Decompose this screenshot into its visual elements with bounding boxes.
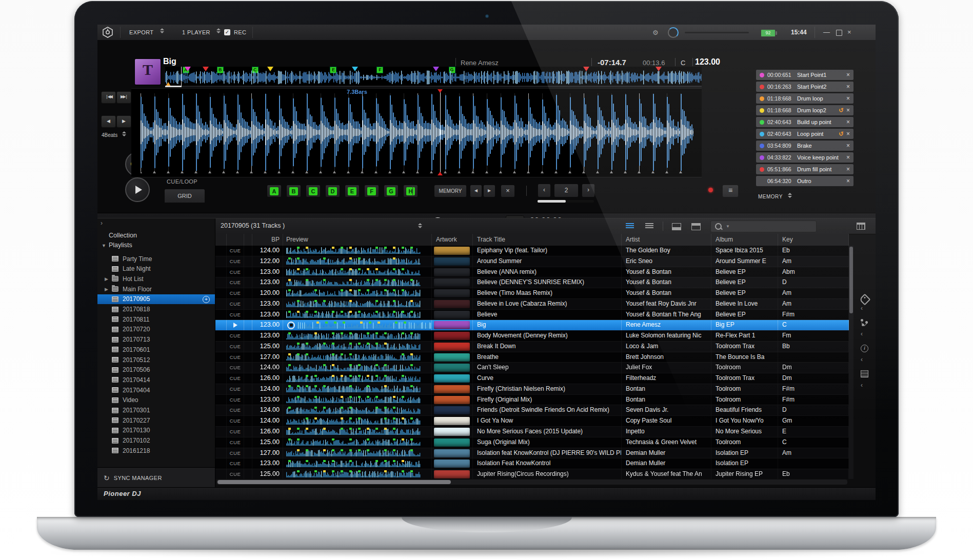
cue-point-row[interactable]: 00:16:263 Start Point2 ↺ × xyxy=(756,82,853,92)
playlist-item[interactable]: ▶ 20170720 + xyxy=(97,325,215,334)
column-track-title[interactable]: Track Title xyxy=(473,234,622,246)
playlist-item[interactable]: ▶ 20170506 + xyxy=(97,365,215,375)
row-cue-button[interactable]: CUE xyxy=(227,277,244,288)
row-cue-button[interactable]: CUE xyxy=(227,405,244,415)
volume-slider[interactable] xyxy=(685,32,749,33)
row-cue-button[interactable]: CUE xyxy=(227,448,244,458)
row-cue-button[interactable]: CUE xyxy=(227,299,244,309)
playlist-item[interactable]: ▶ 20170301 + xyxy=(97,406,215,415)
playlist-item[interactable]: ▶ 20170414 + xyxy=(97,375,215,385)
minimize-button[interactable]: — xyxy=(823,28,830,36)
table-row[interactable]: CUE 124.00 I Got Ya Now Copy Paste Soul … xyxy=(215,416,849,427)
delete-cue-icon[interactable]: × xyxy=(846,154,850,161)
playlist-title-spinner-icon[interactable] xyxy=(418,223,423,228)
view-detail-icon[interactable] xyxy=(645,223,653,231)
column-bpm[interactable]: BP xyxy=(252,234,283,246)
table-horizontal-scrollbar[interactable] xyxy=(216,479,847,485)
hotcue-pad[interactable]: E xyxy=(345,185,360,197)
playlist-item[interactable]: ▶ 20170102 + xyxy=(97,436,215,446)
related-tracks-icon[interactable] xyxy=(861,319,868,326)
grid-tab[interactable]: GRID xyxy=(164,189,205,203)
cue-point-row[interactable]: 06:54:320 Outro ↺ × xyxy=(756,176,853,186)
row-cue-button[interactable]: CUE xyxy=(227,288,244,298)
playlist-item[interactable]: ▶ Party Time + xyxy=(97,254,215,264)
row-preview[interactable] xyxy=(283,256,432,267)
page-prev-button[interactable]: ‹ xyxy=(538,184,551,197)
hotcue-pad[interactable]: G xyxy=(384,185,399,197)
row-preview[interactable] xyxy=(283,469,432,479)
playlists-expand-icon[interactable]: ▼ xyxy=(102,243,106,248)
delete-cue-icon[interactable]: × xyxy=(846,118,850,126)
rec-checkbox[interactable]: ✓ xyxy=(224,29,230,35)
row-preview[interactable] xyxy=(283,320,432,330)
view-list-blue-icon[interactable] xyxy=(626,223,634,231)
column-artist[interactable]: Artist xyxy=(622,234,711,246)
beat-jump-spinner-icon[interactable] xyxy=(122,131,127,136)
row-cue-button[interactable]: CUE xyxy=(227,458,244,469)
page-next-button[interactable]: › xyxy=(582,184,595,197)
memory-prev-button[interactable]: ◂ xyxy=(470,185,482,197)
playlist-item[interactable]: ▶ Video + xyxy=(97,395,215,405)
play-button[interactable] xyxy=(125,177,150,202)
row-preview[interactable] xyxy=(283,352,432,363)
column-cue[interactable] xyxy=(227,234,244,246)
delete-cue-icon[interactable]: × xyxy=(846,95,850,102)
table-row[interactable]: CUE 123.00 Firefly (Original Mix) Bontan… xyxy=(215,395,849,406)
row-cue-button[interactable]: CUE xyxy=(227,384,244,394)
tag-icon[interactable] xyxy=(859,294,871,306)
row-cue-button[interactable]: CUE xyxy=(227,416,244,426)
playlist-item[interactable]: ▶ 20170512 + xyxy=(97,355,215,365)
table-row[interactable]: CUE 123.00 Believe Yousef & Bontan ft Th… xyxy=(215,310,849,321)
cue-point-row[interactable]: 03:54:809 Brake ↺ × xyxy=(756,141,853,151)
row-cue-button[interactable]: CUE xyxy=(227,395,244,405)
table-row[interactable]: CUE 124.00 Can't Sleep Juliet Fox Toolro… xyxy=(215,363,849,373)
table-row[interactable]: CUE 120.00 Believe (Timo Maas Remix) You… xyxy=(215,288,849,299)
playlist-title[interactable]: 20170905 (31 Tracks ) xyxy=(221,222,285,229)
row-cue-button[interactable]: CUE xyxy=(227,342,244,352)
row-cue-button[interactable]: CUE xyxy=(227,437,244,448)
playlist-item[interactable]: ▶ 20170713 + xyxy=(97,335,215,345)
cue-point-row[interactable]: 05:51:866 Drum fill point ↺ × xyxy=(756,164,853,174)
row-cue-button[interactable]: CUE xyxy=(227,310,244,320)
table-row[interactable]: CUE 125.00 Suga (Original Mix) Technasia… xyxy=(215,437,849,448)
table-row[interactable]: CUE 124.00 Epiphany Vip (feat. Tailor) T… xyxy=(215,246,849,256)
hotcue-pad[interactable]: C xyxy=(306,185,321,197)
table-row[interactable]: CUE 124.00 Friends (Detroit Swindle Frie… xyxy=(215,405,849,416)
column-key[interactable]: Key xyxy=(778,234,849,246)
table-row[interactable]: CUE 123.00 Believe (ANNA remix) Yousef &… xyxy=(215,267,849,278)
delete-cue-icon[interactable]: × xyxy=(846,142,850,149)
add-icon[interactable]: + xyxy=(203,296,210,303)
cue-point-row[interactable]: 02:40:643 Build up point ↺ × xyxy=(756,117,853,127)
player-count-selector[interactable]: 1 PLAYER xyxy=(182,29,210,35)
table-row[interactable]: CUE 126.00 No More Serious Faces (2015 U… xyxy=(215,427,849,437)
playlist-item[interactable]: ▶ 20170818 + xyxy=(97,305,215,314)
row-cue-button[interactable]: CUE xyxy=(227,256,244,267)
chevron-left-icon[interactable]: ‹ xyxy=(861,330,863,337)
row-preview[interactable] xyxy=(283,342,432,352)
playlist-item[interactable]: ▶ Late Night + xyxy=(97,264,215,274)
page-slider[interactable] xyxy=(538,200,594,203)
row-preview[interactable] xyxy=(283,384,432,394)
row-preview[interactable] xyxy=(283,267,432,277)
memory-button[interactable]: MEMORY xyxy=(434,185,467,197)
table-vertical-scrollbar[interactable] xyxy=(849,246,853,479)
memory-next-button[interactable]: ▸ xyxy=(483,185,495,197)
delete-cue-icon[interactable]: × xyxy=(846,107,850,114)
row-preview[interactable] xyxy=(283,437,432,448)
delete-cue-icon[interactable]: × xyxy=(846,83,850,90)
playlist-item[interactable]: ▶ Main Floor + xyxy=(97,284,215,294)
close-button[interactable]: × xyxy=(847,28,851,36)
table-row[interactable]: CUE 122.00 Around Summer Eric Sneo Aroun… xyxy=(215,256,849,267)
next-track-button[interactable]: ▶▶❘ xyxy=(116,91,131,104)
playlist-item[interactable]: ▶ 20170404 + xyxy=(97,385,215,395)
row-preview[interactable] xyxy=(283,299,432,309)
settings-gear-icon[interactable]: ⚙ xyxy=(652,29,659,36)
cue-point-row[interactable]: 00:00:651 Start Point1 ↺ × xyxy=(756,70,853,80)
row-cue-button[interactable]: CUE xyxy=(227,246,244,256)
playlist-item[interactable]: ▶ 20170227 + xyxy=(97,415,215,425)
table-row[interactable]: CUE 123.00 Body Movement (Denney Remix) … xyxy=(215,331,849,342)
column-artwork[interactable]: Artwork xyxy=(432,234,473,246)
cue-point-row[interactable]: 01:18:668 Drum loop2 ↺ × xyxy=(756,105,853,115)
hotcue-pad[interactable]: H xyxy=(403,185,418,197)
view-artwork-top-icon[interactable] xyxy=(691,223,701,232)
